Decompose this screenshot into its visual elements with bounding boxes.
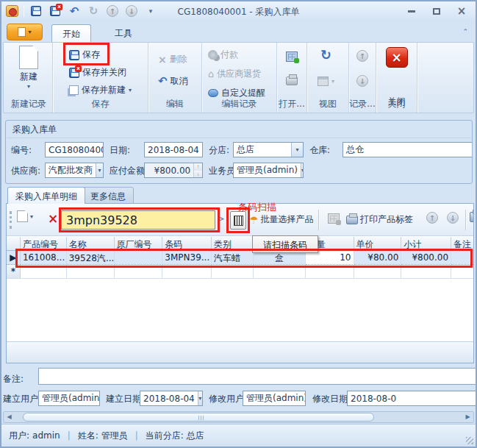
created-user-label: 建立用户: <box>3 393 41 405</box>
chevron-down-icon[interactable]: ▾ <box>198 391 202 405</box>
barcode-input[interactable] <box>61 210 215 230</box>
branch-label: 分店: <box>209 142 229 157</box>
modified-user-label: 修改用户: <box>209 393 247 405</box>
divider <box>318 210 319 230</box>
toolbar-grip[interactable] <box>10 211 12 229</box>
minimize-button[interactable] <box>404 4 420 18</box>
chevron-down-icon[interactable]: ▾ <box>301 163 304 177</box>
new-button[interactable]: 新建 ▾ <box>10 46 48 90</box>
ribbon-group-records: ↑ ↓ 记录... <box>349 43 376 113</box>
refresh-button[interactable]: ↻ <box>320 49 331 62</box>
down-circle-icon: ↓ <box>447 212 459 224</box>
batch-select-button[interactable]: ☂ 批量选择产品 <box>249 213 314 226</box>
panel-footer <box>7 341 473 363</box>
refresh-icon: ↻ <box>320 49 331 62</box>
payable-label: 应付金额: <box>110 163 148 177</box>
open-print-button[interactable] <box>286 77 298 85</box>
save-new-icon <box>69 85 79 95</box>
close-icon: × <box>457 6 467 17</box>
col-barcode[interactable]: 条码 <box>162 237 212 251</box>
salesman-combo[interactable]: 管理员(admin) ▾ <box>233 163 304 178</box>
close-form-button[interactable]: × 关闭 <box>376 47 417 80</box>
date-combo[interactable]: 2018-08-04 ▾ <box>144 142 203 157</box>
warehouse-input[interactable]: 总仓 <box>342 142 473 157</box>
created-date-label: 建立日期: <box>106 393 144 405</box>
maximize-icon <box>433 8 440 15</box>
ribbon-collapse-icon[interactable]: ⌃ <box>462 28 468 35</box>
ribbon: 新建 ▾ 新建记录 保存 x 保存并关闭 保存并新建 ▾ 保存 × <box>3 42 474 113</box>
detail-grid: 产品编号 名称 原厂编号 条码 类别 数量 单价 小计 备注 ▶ 161008.… <box>7 237 473 279</box>
tab-tools[interactable]: 工具 <box>104 24 143 42</box>
export-table-button[interactable] <box>328 213 340 224</box>
previous-record-button[interactable]: ↑ <box>356 50 368 62</box>
status-name-label: 姓名: <box>78 430 98 442</box>
save-button[interactable]: 保存 <box>69 49 100 61</box>
scroll-right-icon[interactable]: ▶ <box>463 413 473 422</box>
table-row[interactable]: ▶ 161008... 39528汽... 3MPN39... 汽车蜡 盒 10… <box>7 251 473 265</box>
save-and-close-button[interactable]: x 保存并关闭 <box>69 66 126 79</box>
tab-order-detail[interactable]: 采购入库单明细 <box>7 187 85 204</box>
col-product-no[interactable]: 产品编号 <box>21 237 67 251</box>
row-selector-header <box>7 237 21 251</box>
new-page-icon <box>17 210 28 222</box>
resize-grip[interactable] <box>466 437 473 444</box>
add-row-button[interactable]: ▾ <box>17 210 33 222</box>
warehouse-label: 仓库: <box>309 142 330 157</box>
created-date-combo[interactable]: 2018-08-04 ▾ <box>140 391 203 406</box>
scan-barcode-tooltip: 请扫描条码 <box>252 235 318 253</box>
window-icon <box>470 212 474 222</box>
payment-button[interactable]: 付款 <box>208 49 238 61</box>
close-button[interactable]: × <box>453 4 470 18</box>
annotation-barcode-scan-label: 条码扫描 <box>238 201 276 214</box>
number-input[interactable]: CG1808040001 <box>45 142 104 157</box>
branch-combo[interactable]: 总店 ▾ <box>233 142 304 157</box>
supplier-return-button[interactable]: ⌂ 供应商退货 <box>208 68 261 80</box>
tab-more-info[interactable]: 更多信息 <box>82 187 134 204</box>
modified-date-combo[interactable]: 2018-08-0 <box>347 391 477 406</box>
app-menu-button[interactable]: ▾ <box>7 24 43 40</box>
scrollbar-thumb[interactable] <box>23 413 374 422</box>
remark-input[interactable] <box>38 368 477 385</box>
row-down-button[interactable]: ↓ <box>447 212 459 224</box>
title-bar: x ↶ ↻ ↑ ↓ ▾ CG1808040001 - 采购入库单 × <box>1 1 476 22</box>
cancel-button[interactable]: ↶ 取消 <box>158 75 188 88</box>
maximize-button[interactable] <box>428 4 445 18</box>
col-oem-no[interactable]: 原厂编号 <box>115 237 163 251</box>
app-icon[interactable] <box>4 4 19 18</box>
umbrella-icon: ☂ <box>249 215 259 225</box>
new-row[interactable]: * <box>7 265 473 279</box>
next-record-button[interactable]: ↓ <box>356 75 368 87</box>
print-labels-button[interactable]: 打印产品标签 <box>346 213 413 226</box>
delete-row-button[interactable]: × <box>48 213 58 225</box>
delete-x-icon: × <box>48 213 58 225</box>
expand-icon[interactable]: > <box>218 215 224 223</box>
tab-start[interactable]: 开始 <box>51 24 91 42</box>
ribbon-tab-row: ▾ 开始 工具 ⌃ <box>1 22 476 42</box>
save-close-icon[interactable]: x <box>48 4 62 18</box>
payable-input: ¥800.00 ↑↓ <box>144 163 203 178</box>
save-and-new-button[interactable]: 保存并新建 ▾ <box>69 84 132 96</box>
supplier-combo[interactable]: 汽配批发商 ▾ <box>45 163 104 178</box>
scroll-left-icon[interactable]: ◀ <box>4 413 14 422</box>
delete-button[interactable]: × 删除 <box>158 53 187 65</box>
layout-view-button[interactable]: ▾ <box>318 77 334 86</box>
chevron-down-icon[interactable]: ▾ <box>202 143 203 157</box>
col-name[interactable]: 名称 <box>67 237 115 251</box>
chevron-down-icon[interactable]: ▾ <box>291 143 303 157</box>
more-toolbar-button[interactable] <box>470 212 474 222</box>
status-branch-label: 当前分店: <box>146 430 184 442</box>
save-icon[interactable] <box>29 4 43 18</box>
undo-icon[interactable]: ↶ <box>67 4 82 18</box>
ribbon-group-open: 打开... <box>277 43 307 113</box>
col-category[interactable]: 类别 <box>212 237 254 251</box>
col-remark[interactable]: 备注 <box>451 237 473 251</box>
open-table-button[interactable] <box>286 51 298 62</box>
horizontal-scrollbar[interactable]: ◀ ▶ <box>3 411 474 423</box>
row-up-button[interactable]: ↑ <box>426 212 438 224</box>
chevron-down-icon[interactable]: ▾ <box>96 163 103 177</box>
home-icon: ⌂ <box>208 69 214 79</box>
col-subtotal[interactable]: 小计 <box>401 237 451 251</box>
app-window: x ↶ ↻ ↑ ↓ ▾ CG1808040001 - 采购入库单 × ▾ 开始 … <box>0 0 477 448</box>
col-unit-price[interactable]: 单价 <box>354 237 402 251</box>
close-x-icon: × <box>386 47 408 68</box>
